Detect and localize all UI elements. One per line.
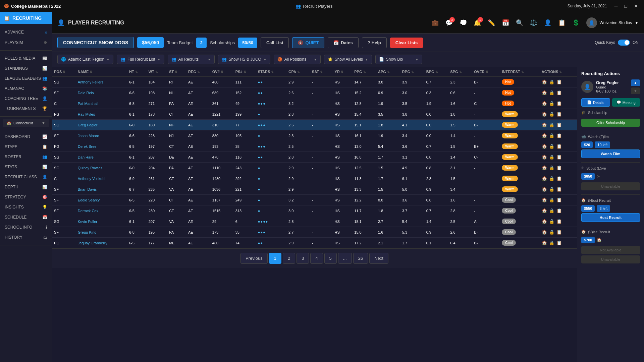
action-lock-icon[interactable]: 🔒 [549,219,554,224]
clear-lists-button[interactable]: Clear Lists [390,38,423,48]
chat-icon[interactable]: 💭 [460,19,467,26]
cell-name[interactable]: Anthony Fellers [76,77,127,87]
action-list-icon[interactable]: 📋 [556,219,562,224]
action-home-icon[interactable]: 🏠 [542,101,547,106]
dates-button[interactable]: 📅 Dates [328,37,358,48]
table-row[interactable]: C Pat Marshall 6-8 271 PA AE 361 49 ●●● … [52,98,577,109]
action-home-icon[interactable]: 🏠 [542,90,547,95]
cell-name[interactable]: Dale Reis [76,87,127,98]
action-list-icon[interactable]: 📋 [556,112,562,117]
col-header-sat[interactable]: SAT ⇅ [310,67,333,77]
table-row[interactable]: SF Brian Davis 6-7 235 VA AE 1036 221 ● … [52,184,577,195]
action-lock-icon[interactable]: 🔒 [549,165,554,170]
cell-name[interactable]: Anthony Voskuhl [76,173,127,184]
action-home-icon[interactable]: 🏠 [542,187,547,192]
action-home-icon[interactable]: 🏠 [542,165,547,170]
action-home-icon[interactable]: 🏠 [542,79,547,84]
action-list-icon[interactable]: 📋 [556,122,562,127]
table-row[interactable]: SG Dan Hare 6-1 207 DE AE 478 116 ●● 2.8… [52,152,577,163]
sidebar-item-playsim[interactable]: PLAY/SIM ⚙ [0,38,52,48]
help-button[interactable]: ? Help [362,37,387,48]
sidebar-item-coaching-tree[interactable]: COACHING TREE 👤 [0,94,52,104]
dollar-icon[interactable]: 💲 [572,19,580,26]
col-header-ov[interactable]: OV# ⇅ [210,67,233,77]
action-home-icon[interactable]: 🏠 [542,122,547,127]
sidebar-item-recruit-class[interactable]: RECRUIT CLASS 👤 [0,172,52,182]
action-list-icon[interactable]: 📋 [556,176,562,181]
offer-scholarship-button[interactable]: Offer Scholarship [581,119,640,127]
user-profile[interactable]: 👤 Wolverine Studios ▼ [586,17,639,28]
action-list-icon[interactable]: 📋 [556,230,562,235]
sidebar-item-staff[interactable]: STAFF 📋 [0,142,52,152]
notification-icon[interactable]: 🔔1 [474,19,481,26]
sidebar-header-recruiting[interactable]: 📋 RECRUITING [0,12,52,24]
table-row[interactable]: PG Ray Myles 6-1 178 CT AE 1221 199 ● 2.… [52,109,577,120]
action-home-icon[interactable]: 🏠 [542,219,547,224]
team-selector[interactable]: 🏫 Connecticut ▼ [3,119,49,127]
action-home-icon[interactable]: 🏠 [542,230,547,235]
action-home-icon[interactable]: 🏠 [542,208,547,213]
region-filter[interactable]: 🌐 Atlantic East Region ▼ [57,55,113,64]
sidebar-item-strategy[interactable]: STRATEGY 🎯 [0,192,52,202]
action-home-icon[interactable]: 🏠 [542,240,547,245]
scale-icon[interactable]: ⚖️ [530,19,537,26]
cell-name[interactable]: Gregg King [76,227,127,238]
list-type-filter[interactable]: 👥 Full Recruit List ▼ [117,55,164,64]
page-1-button[interactable]: 1 [269,253,281,264]
action-list-icon[interactable]: 📋 [556,79,562,84]
cell-name[interactable]: Greg Fogler [76,120,127,130]
action-lock-icon[interactable]: 🔒 [549,197,554,202]
recruit-type-filter[interactable]: 👥 All Recruits ▼ [168,55,215,64]
host-recruit-button[interactable]: Host Recruit [581,213,640,222]
page-5-button[interactable]: 5 [324,253,337,264]
cell-name[interactable]: Jason Moore [76,130,127,141]
action-home-icon[interactable]: 🏠 [542,197,547,202]
action-list-icon[interactable]: 📋 [556,101,562,106]
action-list-icon[interactable]: 📋 [556,165,562,170]
calendar-icon[interactable]: 📅 [502,19,509,26]
action-lock-icon[interactable]: 🔒 [549,133,554,138]
action-home-icon[interactable]: 🏠 [542,112,547,117]
cell-name[interactable]: Jaquay Granberry [76,238,127,248]
page-2-button[interactable]: 2 [283,253,295,264]
table-row[interactable]: SG Quincy Rowles 6-0 204 PA AE 1110 243 … [52,163,577,173]
col-header-ht[interactable]: HT ⇅ [127,67,147,77]
action-lock-icon[interactable]: 🔒 [549,240,554,245]
action-home-icon[interactable]: 🏠 [542,133,547,138]
page-4-button[interactable]: 4 [310,253,323,264]
cell-name[interactable]: Derek Bree [76,141,127,152]
next-button[interactable]: Next [369,253,388,264]
sidebar-item-tournaments[interactable]: TOURNAMENTS 🏆 [0,104,52,114]
school-type-filter[interactable]: 👥 Show HS & JUCO ▼ [218,55,270,64]
cell-name[interactable]: Dermek Cox [76,205,127,216]
cell-name[interactable]: Brian Davis [76,184,127,195]
meeting-button[interactable]: 💬 Meeting [612,98,640,107]
col-header-over[interactable]: OVER ⇅ [472,67,500,77]
col-header-spg[interactable]: SPG ⇅ [448,67,472,77]
page-3-button[interactable]: 3 [297,253,309,264]
action-lock-icon[interactable]: 🔒 [549,144,554,149]
table-row[interactable]: PG Derek Bree 6-5 197 CT AE 193 38 ●●● 2… [52,141,577,152]
cell-name[interactable]: Pat Marshall [76,98,127,109]
action-lock-icon[interactable]: 🔒 [549,101,554,106]
sidebar-item-stats[interactable]: STATS 📊 [0,162,52,172]
table-row[interactable]: PG Jaquay Granberry 6-5 177 ME AE 480 74… [52,238,577,248]
col-header-wt[interactable]: WT ⇅ [147,67,167,77]
message-icon[interactable]: 💬3 [445,19,453,26]
table-row[interactable]: C Anthony Voskuhl 6-9 261 CT AE 1480 292… [52,173,577,184]
action-lock-icon[interactable]: 🔒 [549,155,554,160]
sidebar-item-depth[interactable]: DEPTH 📊 [0,182,52,192]
sidebar-item-history[interactable]: HISTORY 🗂 [0,232,52,242]
table-row[interactable]: SF Dale Reis 6-6 198 NH AE 689 152 ●● 2.… [52,87,577,98]
table-row[interactable]: SG Greg Fogler 6-0 180 NH AE 310 77 ●●● … [52,120,577,130]
action-lock-icon[interactable]: 🔒 [549,90,554,95]
toggle-switch[interactable] [618,40,630,46]
sidebar-item-dashboard[interactable]: DASHBOARD 📈 [0,132,52,142]
table-row[interactable]: SF Eddie Searcy 6-5 220 CT AE 1137 249 ●… [52,195,577,205]
action-list-icon[interactable]: 📋 [556,197,562,202]
profile-up-button[interactable]: ▲ [631,79,640,86]
col-header-actions[interactable]: ACTIONS ⇅ [540,67,577,77]
col-header-interest[interactable]: INTEREST ⇅ [500,67,540,77]
close-button[interactable]: ✕ [632,3,640,9]
action-list-icon[interactable]: 📋 [556,133,562,138]
